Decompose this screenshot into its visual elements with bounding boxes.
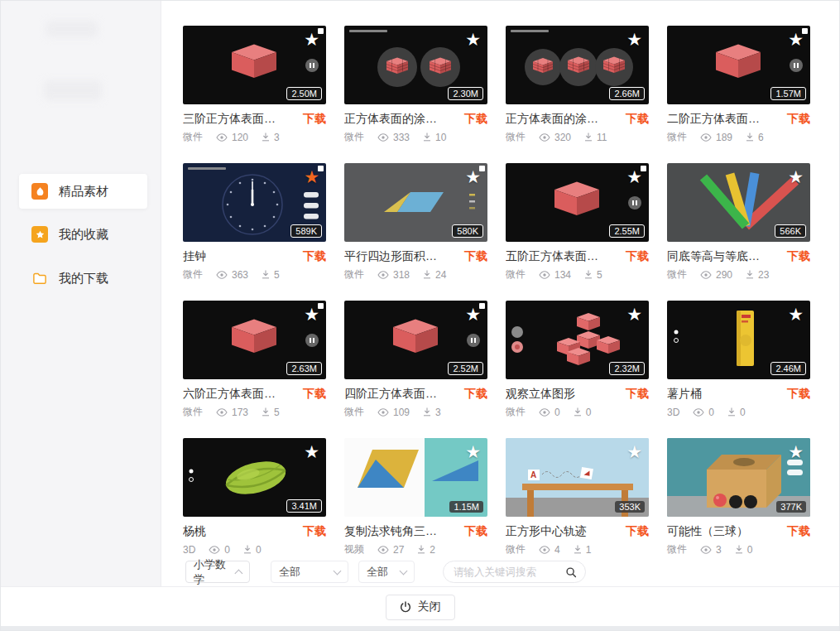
- can-thumbnail[interactable]: ★2.46M: [667, 301, 810, 379]
- cube-thumbnail[interactable]: ★1.57M: [667, 26, 810, 104]
- blocks-thumbnail[interactable]: ★2.32M: [506, 301, 649, 379]
- material-card[interactable]: ★1.57M二阶正方体表面涂色...下载微件1896: [667, 26, 810, 143]
- table-thumbnail[interactable]: A★353K: [506, 438, 649, 517]
- material-card[interactable]: ★2.30M正方体表面的涂色问题2下载微件33310: [344, 26, 487, 143]
- downloads-count: 24: [435, 269, 446, 281]
- star-icon[interactable]: ★: [626, 306, 642, 323]
- download-button[interactable]: 下载: [303, 387, 326, 402]
- star-icon[interactable]: ★: [465, 31, 481, 48]
- cube-thumbnail[interactable]: ★2.63M: [183, 301, 326, 379]
- material-card[interactable]: A★353K正方形中心轨迹下载微件41: [506, 438, 649, 556]
- download-button[interactable]: 下载: [464, 524, 487, 539]
- download-button[interactable]: 下载: [787, 387, 810, 402]
- material-card[interactable]: ★580K平行四边形面积割补法下载微件31824: [344, 163, 487, 281]
- star-icon[interactable]: ★: [465, 168, 481, 185]
- views-icon: [216, 133, 228, 142]
- material-card[interactable]: ★2.55M五阶正方体表面涂色...下载微件1345: [506, 163, 649, 281]
- views-icon: [539, 133, 550, 142]
- download-button[interactable]: 下载: [626, 387, 649, 402]
- circles2-thumbnail[interactable]: ★2.30M: [344, 26, 487, 104]
- views-icon: [209, 546, 220, 554]
- download-button[interactable]: 下载: [303, 524, 326, 539]
- material-card[interactable]: ★2.66M正方体表面的涂色问题1下载微件32011: [506, 26, 649, 143]
- close-button[interactable]: 关闭: [386, 595, 455, 620]
- category-dropdown[interactable]: 小学数学: [185, 561, 250, 583]
- download-button[interactable]: 下载: [303, 112, 326, 127]
- download-button[interactable]: 下载: [464, 112, 487, 127]
- split-thumbnail[interactable]: ★1.15M: [344, 438, 487, 517]
- star-icon[interactable]: ★: [788, 306, 804, 323]
- card-title: 正方体表面的涂色问题2: [344, 112, 442, 127]
- material-library-dialog: 精品素材 我的收藏 我的下载 ★2.50M三阶正方体表面涂色...下载微件120…: [0, 0, 840, 631]
- circles3-thumbnail[interactable]: ★2.66M: [506, 26, 649, 104]
- downloads-count: 0: [747, 544, 753, 556]
- download-button[interactable]: 下载: [787, 112, 810, 127]
- download-button[interactable]: 下载: [626, 249, 649, 264]
- download-button[interactable]: 下载: [626, 524, 649, 539]
- star-icon[interactable]: ★: [626, 168, 642, 185]
- filter2-dropdown[interactable]: 全部: [271, 561, 348, 583]
- box-thumbnail[interactable]: ★377K: [667, 438, 810, 517]
- download-button[interactable]: 下载: [626, 112, 649, 127]
- parallelogram-thumbnail[interactable]: ★580K: [344, 163, 487, 242]
- material-card[interactable]: ★589K挂钟下载微件3635: [183, 163, 326, 281]
- chevron-down-icon: [334, 566, 342, 575]
- sidebar-item-my-favorites[interactable]: 我的收藏: [19, 218, 147, 251]
- sidebar-item-label: 精品素材: [59, 184, 108, 200]
- material-card[interactable]: ★1.15M复制法求钝角三角形...下载视频272: [344, 438, 487, 556]
- download-button[interactable]: 下载: [787, 524, 810, 539]
- cube-thumbnail[interactable]: ★2.50M: [183, 26, 326, 104]
- material-card[interactable]: ★2.32M观察立体图形下载微件00: [506, 301, 649, 418]
- pause-icon[interactable]: [467, 334, 480, 347]
- sidebar-item-my-downloads[interactable]: 我的下载: [19, 262, 147, 295]
- card-stats: 3D00: [183, 543, 326, 556]
- filter3-dropdown[interactable]: 全部: [358, 561, 415, 583]
- favorite-star-icon[interactable]: ★: [304, 168, 319, 185]
- star-icon[interactable]: ★: [465, 306, 481, 323]
- download-button[interactable]: 下载: [303, 249, 326, 264]
- clock-thumbnail[interactable]: ★589K: [183, 163, 326, 242]
- pause-icon[interactable]: [305, 59, 319, 72]
- material-card[interactable]: ★2.46M薯片桶下载3D00: [667, 301, 810, 418]
- starfruit-thumbnail[interactable]: ★3.41M: [183, 438, 326, 517]
- search-input[interactable]: [452, 566, 560, 579]
- download-button[interactable]: 下载: [464, 249, 487, 264]
- card-stats: 微件33310: [344, 131, 487, 143]
- fan-thumbnail[interactable]: ★566K: [667, 163, 810, 242]
- downloads-count: 3: [435, 407, 441, 418]
- pause-icon[interactable]: [305, 334, 319, 347]
- material-card[interactable]: ★2.50M三阶正方体表面涂色...下载微件1203: [183, 26, 326, 143]
- star-icon[interactable]: ★: [304, 31, 319, 48]
- cube-thumbnail[interactable]: ★2.52M: [344, 301, 487, 379]
- download-button[interactable]: 下载: [464, 387, 487, 402]
- material-type-label: 微件: [183, 130, 203, 144]
- material-card[interactable]: ★377K可能性（三球）下载微件30: [667, 438, 810, 556]
- star-icon[interactable]: ★: [788, 443, 804, 460]
- material-type-label: 微件: [506, 542, 526, 556]
- star-icon[interactable]: ★: [788, 31, 804, 48]
- star-icon[interactable]: ★: [626, 443, 642, 460]
- star-icon[interactable]: ★: [304, 443, 319, 460]
- views-icon: [700, 133, 712, 142]
- sidebar: 精品素材 我的收藏 我的下载: [1, 1, 161, 586]
- material-card[interactable]: ★3.41M杨桃下载3D00: [183, 438, 326, 556]
- material-card[interactable]: ★2.52M四阶正方体表面涂色...下载微件1093: [344, 301, 487, 418]
- download-button[interactable]: 下载: [787, 249, 810, 264]
- star-icon[interactable]: ★: [788, 168, 804, 185]
- material-type-label: 微件: [506, 405, 526, 419]
- views-count: 27: [393, 544, 404, 556]
- sidebar-item-premium-materials[interactable]: 精品素材: [19, 174, 147, 209]
- svg-text:A: A: [530, 470, 536, 479]
- pause-icon[interactable]: [628, 196, 641, 210]
- views-icon: [377, 408, 389, 417]
- material-card[interactable]: ★566K同底等高与等底等高...下载微件29023: [667, 163, 810, 281]
- chevron-up-icon: [235, 569, 243, 577]
- file-size-badge: 353K: [615, 501, 645, 513]
- star-icon[interactable]: ★: [465, 443, 481, 460]
- material-card[interactable]: ★2.63M六阶正方体表面涂色...下载微件1735: [183, 301, 326, 418]
- star-icon[interactable]: ★: [626, 31, 642, 48]
- magnifier-icon[interactable]: [565, 566, 577, 578]
- pause-icon[interactable]: [790, 59, 803, 72]
- star-icon[interactable]: ★: [304, 306, 319, 323]
- cube-thumbnail[interactable]: ★2.55M: [506, 163, 649, 242]
